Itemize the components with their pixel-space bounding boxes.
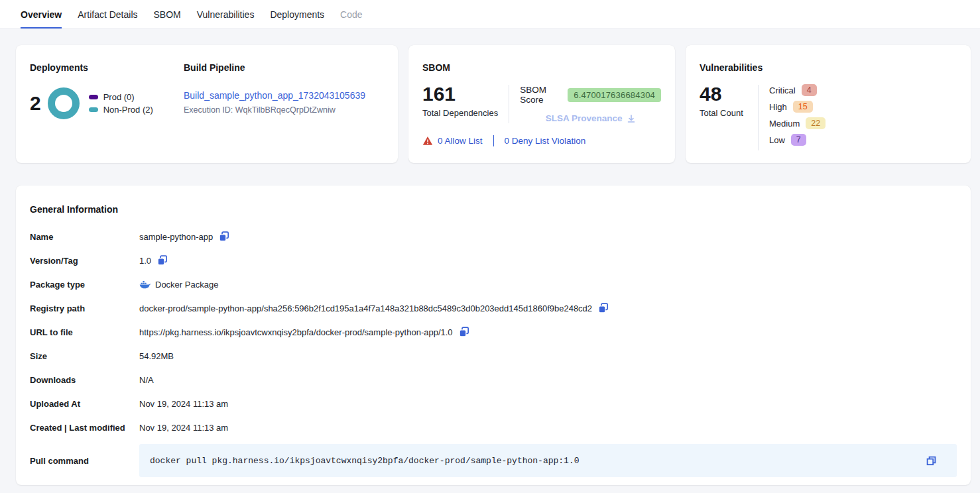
name-label: Name: [30, 232, 139, 242]
downloads-label: Downloads: [30, 375, 139, 385]
page-content: Deployments 2 Prod (0) Non-Prod (2): [0, 29, 980, 485]
nonprod-legend-label: Non-Prod (2): [103, 105, 153, 115]
build-pipeline-section: Build Pipeline Build_sample_python_app_1…: [184, 62, 365, 150]
row-uploaded-at: Uploaded At Nov 19, 2024 11:13 am: [30, 396, 957, 411]
sbom-score-label: SBOM Score: [520, 85, 562, 105]
copy-version-icon[interactable]: [156, 254, 168, 266]
general-information-title: General Information: [30, 204, 957, 215]
row-registry-path: Registry path docker-prod/sample-python-…: [30, 301, 957, 315]
vulnerabilities-body: 48 Total Count Critical 4 High 15 Medium: [700, 83, 957, 150]
created-modified-label: Created | Last modified: [30, 423, 139, 433]
pull-command-label: Pull command: [30, 456, 139, 466]
row-name: Name sample-python-app: [30, 229, 957, 244]
severity-list: Critical 4 High 15 Medium 22 Low 7: [769, 83, 826, 150]
vulnerabilities-total-label: Total Count: [700, 108, 747, 118]
vulnerabilities-totals: 48 Total Count: [700, 83, 747, 150]
severity-row-critical: Critical 4: [769, 84, 826, 96]
copy-name-icon[interactable]: [218, 231, 230, 243]
build-pipeline-title: Build Pipeline: [184, 62, 365, 73]
tab-deployments[interactable]: Deployments: [270, 0, 324, 28]
uploaded-at-label: Uploaded At: [30, 399, 139, 409]
pull-command-value: docker pull pkg.harness.io/ikpsjoavtcwxn…: [150, 456, 580, 466]
allow-list-link[interactable]: 0 Allow List: [438, 136, 483, 146]
low-count-badge: 7: [791, 134, 806, 146]
slsa-provenance-label: SLSA Provenance: [546, 113, 623, 123]
tab-bar: Overview Artifact Details SBOM Vulnerabi…: [0, 0, 980, 29]
uploaded-at-value: Nov 19, 2024 11:13 am: [139, 399, 228, 409]
tab-vulnerabilities[interactable]: Vulnerabilities: [197, 0, 255, 28]
download-icon: [627, 114, 636, 123]
sbom-total-dependencies-label: Total Dependencies: [422, 108, 498, 118]
copy-registry-path-icon[interactable]: [597, 302, 609, 314]
vertical-divider: [509, 85, 509, 123]
warning-triangle-icon: [422, 136, 433, 146]
sbom-title: SBOM: [422, 62, 661, 73]
deployments-section: Deployments 2 Prod (0) Non-Prod (2): [30, 62, 184, 150]
medium-count-badge: 22: [806, 117, 826, 129]
vulnerabilities-card: Vulnerabilities 48 Total Count Critical …: [686, 45, 971, 163]
size-value: 54.92MB: [139, 351, 174, 361]
critical-label: Critical: [769, 85, 796, 95]
deployments-donut-chart: [48, 87, 80, 119]
sbom-score-section: SBOM Score 6.470017636684304 SLSA Proven…: [520, 83, 661, 123]
deployments-card: Deployments 2 Prod (0) Non-Prod (2): [16, 45, 398, 163]
legend-item-nonprod: Non-Prod (2): [89, 105, 153, 115]
size-label: Size: [30, 351, 139, 361]
build-pipeline-link[interactable]: Build_sample_python_app_1732043105639: [184, 90, 365, 101]
sbom-policy-links: 0 Allow List 0 Deny List Violation: [422, 135, 661, 146]
deployments-body: 2 Prod (0) Non-Prod (2): [30, 87, 184, 119]
downloads-value: N/A: [139, 375, 154, 385]
tab-overview[interactable]: Overview: [21, 0, 62, 28]
sbom-score-badge: 6.470017636684304: [568, 88, 661, 102]
severity-row-medium: Medium 22: [769, 117, 826, 129]
severity-row-low: Low 7: [769, 134, 826, 146]
copy-url-icon[interactable]: [458, 326, 470, 338]
sbom-card: SBOM 161 Total Dependencies SBOM Score 6…: [408, 45, 675, 163]
tab-sbom[interactable]: SBOM: [154, 0, 181, 28]
vulnerabilities-title: Vulnerabilities: [700, 62, 957, 73]
nonprod-legend-swatch: [89, 107, 98, 112]
url-to-file-label: URL to file: [30, 327, 139, 337]
low-label: Low: [769, 135, 785, 145]
vulnerabilities-total-count: 48: [700, 83, 747, 105]
critical-count-badge: 4: [802, 84, 817, 96]
created-modified-value: Nov 19, 2024 11:13 am: [139, 423, 228, 433]
general-information-rows: Name sample-python-app Version/Tag 1.0: [30, 229, 957, 477]
sbom-totals: 161 Total Dependencies: [422, 83, 498, 118]
prod-legend-label: Prod (0): [103, 92, 135, 102]
deny-list-violation-link[interactable]: 0 Deny List Violation: [505, 136, 586, 146]
deployments-title: Deployments: [30, 62, 184, 73]
tab-artifact-details[interactable]: Artifact Details: [78, 0, 137, 28]
high-label: High: [769, 102, 787, 112]
vertical-divider: [758, 85, 759, 150]
row-version-tag: Version/Tag 1.0: [30, 253, 957, 268]
row-package-type: Package type Docke: [30, 277, 957, 292]
execution-id-text: Execution ID: WqkTilbBRqecQrpDtZwniw: [184, 105, 365, 115]
tab-code: Code: [340, 0, 362, 28]
legend-item-prod: Prod (0): [89, 92, 153, 102]
deployments-total-count: 2: [30, 92, 41, 115]
registry-path-value: docker-prod/sample-python-app/sha256:596…: [139, 303, 592, 313]
url-to-file-value: https://pkg.harness.io/ikpsjoavtcwxnqisy…: [139, 327, 453, 337]
registry-path-label: Registry path: [30, 303, 139, 313]
row-created-modified: Created | Last modified Nov 19, 2024 11:…: [30, 420, 957, 435]
name-value: sample-python-app: [139, 232, 213, 242]
deployments-legend: Prod (0) Non-Prod (2): [89, 89, 153, 117]
row-downloads: Downloads N/A: [30, 372, 957, 387]
row-url-to-file: URL to file https://pkg.harness.io/ikpsj…: [30, 325, 957, 339]
package-type-value: Docker Package: [155, 280, 218, 290]
summary-cards-row: Deployments 2 Prod (0) Non-Prod (2): [16, 45, 971, 163]
medium-label: Medium: [769, 119, 800, 129]
slsa-provenance-link[interactable]: SLSA Provenance: [546, 113, 636, 123]
version-tag-label: Version/Tag: [30, 256, 139, 266]
row-size: Size 54.92MB: [30, 349, 957, 363]
sbom-body: 161 Total Dependencies SBOM Score 6.4700…: [422, 83, 661, 123]
docker-icon: [139, 280, 151, 289]
general-information-card: General Information Name sample-python-a…: [16, 186, 971, 485]
copy-pull-command-icon[interactable]: [926, 455, 937, 466]
sbom-score-row: SBOM Score 6.470017636684304: [520, 85, 661, 105]
package-type-label: Package type: [30, 280, 139, 290]
row-pull-command: Pull command docker pull pkg.harness.io/…: [30, 444, 957, 477]
pull-command-box: docker pull pkg.harness.io/ikpsjoavtcwxn…: [139, 444, 957, 477]
links-divider: [493, 135, 494, 146]
